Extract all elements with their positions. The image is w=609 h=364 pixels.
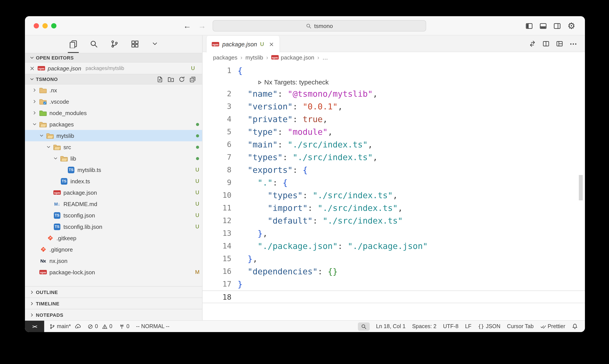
tree-item-packages[interactable]: packages xyxy=(25,118,202,130)
tree-item-package.json[interactable]: npmpackage.jsonU xyxy=(25,187,202,198)
cursor-tab-status[interactable]: Cursor Tab xyxy=(507,323,534,329)
code-line-16[interactable]: 16 "dependencies": {} xyxy=(203,265,585,278)
forward-button[interactable]: → xyxy=(198,21,206,30)
code-line-12[interactable]: 12 "default": "./src/index.ts" xyxy=(203,214,585,227)
code-line-7[interactable]: 7 "types": "./src/index.ts", xyxy=(203,151,585,164)
npm-icon: npm xyxy=(212,42,219,46)
more-views-icon[interactable] xyxy=(150,35,159,53)
close-editor-icon[interactable] xyxy=(29,65,35,71)
open-editors-header[interactable]: OPEN EDITORS xyxy=(25,53,202,63)
tree-item-lib[interactable]: lib xyxy=(25,153,202,164)
code-line-18[interactable]: 18 xyxy=(203,290,585,303)
zoom-window-button[interactable] xyxy=(51,23,56,28)
extensions-view-icon[interactable] xyxy=(129,35,140,53)
sidebar-section-notepads[interactable]: NOTEPADS xyxy=(25,309,202,320)
code-line-11[interactable]: 11 "import": "./src/index.ts", xyxy=(203,202,585,214)
more-actions-icon[interactable]: ⋯ xyxy=(570,40,577,48)
tree-item-package-lock.json[interactable]: npmpackage-lock.jsonM xyxy=(25,266,202,278)
explorer-view-icon[interactable] xyxy=(68,35,78,53)
tree-item-.vscode[interactable]: .vscode xyxy=(25,96,202,107)
source-control-view-icon[interactable] xyxy=(109,35,120,53)
code-line-13[interactable]: 13 }, xyxy=(203,227,585,240)
folder-vscode-icon xyxy=(39,98,47,105)
sidebar-section-outline[interactable]: OUTLINE xyxy=(25,286,202,298)
tree-item-README.md[interactable]: M↓README.mdU xyxy=(25,198,202,209)
remote-indicator[interactable]: >< xyxy=(25,321,44,332)
code-line-5[interactable]: 5 "type": "module", xyxy=(203,126,585,138)
chevron-down-icon xyxy=(29,77,35,82)
tree-item-.gitignore[interactable]: .gitignore xyxy=(25,244,202,255)
code-line-6[interactable]: 6 "main": "./src/index.ts", xyxy=(203,138,585,151)
window-controls xyxy=(34,23,56,28)
tree-item-mytslib[interactable]: mytslib xyxy=(25,130,202,141)
code-line-1[interactable]: 1{ xyxy=(203,64,585,77)
tab-package-json[interactable]: npm package.json U xyxy=(206,36,280,52)
settings-gear-icon[interactable]: ⚙ xyxy=(568,21,575,30)
new-folder-icon[interactable] xyxy=(168,76,174,82)
tab-bar: npm package.json U ⋯ xyxy=(203,35,585,52)
project-section-header[interactable]: TSMONO xyxy=(25,74,202,84)
formatter-status[interactable]: Prettier xyxy=(540,323,565,329)
tree-item-nx.json[interactable]: Nxnx.json xyxy=(25,255,202,266)
close-tab-icon[interactable] xyxy=(269,41,274,47)
code-line-17[interactable]: 17} xyxy=(203,278,585,290)
toggle-panel-icon[interactable] xyxy=(539,22,547,29)
close-window-button[interactable] xyxy=(34,23,39,28)
code-line-15[interactable]: 15 }, xyxy=(203,252,585,265)
compare-changes-icon[interactable] xyxy=(529,40,536,47)
tree-item-src[interactable]: src xyxy=(25,141,202,153)
tree-item-mytslib.ts[interactable]: TSmytslib.tsU xyxy=(25,164,202,175)
editor-scrollbar[interactable] xyxy=(579,175,583,200)
eol-status[interactable]: LF xyxy=(465,323,471,329)
code-line-8[interactable]: 8 "exports": { xyxy=(203,164,585,176)
code-editor[interactable]: 1{Nx Targets: typecheck2 "name": "@tsmon… xyxy=(203,63,585,320)
back-button[interactable]: ← xyxy=(183,21,191,30)
breadcrumb-item-[interactable]: … xyxy=(323,54,328,61)
tree-item-tsconfig.lib.json[interactable]: TStsconfig.lib.jsonU xyxy=(25,221,202,232)
minimize-window-button[interactable] xyxy=(42,23,48,28)
modified-dot xyxy=(196,123,199,126)
code-line-10[interactable]: 10 "types": "./src/index.ts", xyxy=(203,189,585,202)
open-editor-item[interactable]: npm package.json packages/mytslib U xyxy=(25,63,202,74)
notifications-bell-icon[interactable] xyxy=(572,323,578,329)
tree-item-node_modules[interactable]: node_modules xyxy=(25,107,202,118)
breadcrumb-item-mytslib[interactable]: mytslib xyxy=(246,54,263,61)
breadcrumb-item-packages[interactable]: packages xyxy=(213,54,237,61)
tree-item-tsconfig.json[interactable]: TStsconfig.jsonU xyxy=(25,209,202,221)
command-search-box[interactable]: tsmono xyxy=(213,20,426,31)
codelens-nx-targets[interactable]: Nx Targets: typecheck xyxy=(203,77,585,88)
tree-item-.nx[interactable]: .nx xyxy=(25,84,202,96)
encoding-status[interactable]: UTF-8 xyxy=(443,323,458,329)
editor-layout-icon[interactable] xyxy=(556,40,563,47)
sidebar-section-timeline[interactable]: TIMELINE xyxy=(25,298,202,309)
tree-item-.gitkeep[interactable]: .gitkeep xyxy=(25,232,202,244)
chevron-right-icon xyxy=(29,301,35,306)
toggle-secondary-sidebar-icon[interactable] xyxy=(553,22,561,29)
breadcrumb-separator: › xyxy=(240,54,242,61)
code-line-2[interactable]: 2 "name": "@tsmono/mytslib", xyxy=(203,88,585,100)
breadcrumb-separator: › xyxy=(266,54,268,61)
branch-status[interactable]: main* xyxy=(50,323,81,329)
indentation-status[interactable]: Spaces: 2 xyxy=(412,323,436,329)
code-line-3[interactable]: 3 "version": "0.0.1", xyxy=(203,100,585,113)
problems-status[interactable]: 0 0 xyxy=(88,323,112,329)
ports-status[interactable]: 0 xyxy=(119,323,130,329)
refresh-explorer-icon[interactable] xyxy=(179,76,185,82)
line-number: 18 xyxy=(203,291,238,303)
language-status[interactable]: {} JSON xyxy=(478,323,500,329)
code-line-4[interactable]: 4 "private": true, xyxy=(203,113,585,126)
git-status-badge: U xyxy=(193,189,202,195)
line-content: "version": "0.0.1", xyxy=(238,100,343,113)
collapse-folders-icon[interactable] xyxy=(189,76,196,82)
zoom-indicator[interactable] xyxy=(358,322,369,331)
line-content: "type": "module", xyxy=(238,126,333,138)
new-file-icon[interactable] xyxy=(157,76,163,82)
split-editor-icon[interactable] xyxy=(543,40,549,47)
toggle-primary-sidebar-icon[interactable] xyxy=(525,22,533,29)
cursor-position-status[interactable]: Ln 18, Col 1 xyxy=(376,323,406,329)
tree-item-index.ts[interactable]: TSindex.tsU xyxy=(25,175,202,187)
code-line-14[interactable]: 14 "./package.json": "./package.json" xyxy=(203,240,585,252)
code-line-9[interactable]: 9 ".": { xyxy=(203,176,585,189)
breadcrumb-item-package.json[interactable]: npmpackage.json xyxy=(271,54,314,61)
search-view-icon[interactable] xyxy=(88,35,99,53)
